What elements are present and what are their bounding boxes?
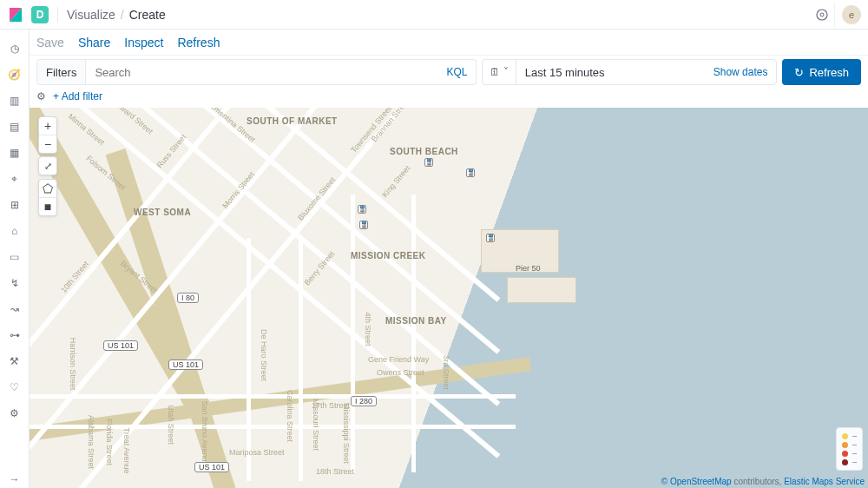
transit-icon: 🚆 — [359, 221, 368, 229]
refresh-link[interactable]: Refresh — [177, 36, 220, 49]
breadcrumb-separator: / — [121, 8, 124, 22]
breadcrumb-current: Create — [129, 8, 166, 22]
highway-shield: US 101 — [103, 340, 138, 351]
add-filter-button[interactable]: + Add filter — [53, 90, 102, 102]
help-icon[interactable] — [809, 2, 835, 28]
draw-control: ⬠ ■ — [38, 179, 57, 216]
svg-point-2 — [817, 10, 827, 20]
nav-management-icon[interactable]: ⚙ — [6, 405, 23, 422]
district-label: MISSION CREEK — [351, 251, 426, 260]
district-label: MISSION BAY — [385, 316, 447, 326]
street-label: Carolina Street — [286, 390, 294, 442]
ems-link[interactable]: Elastic Maps Service — [784, 477, 865, 486]
street-label: De Haro Street — [260, 329, 268, 381]
nav-maps-icon[interactable]: ⌖ — [6, 170, 23, 188]
refresh-button-label: Refresh — [809, 66, 849, 79]
nav-logs-icon[interactable]: ▭ — [6, 248, 23, 266]
zoom-in-button[interactable]: + — [39, 117, 56, 135]
highway-shield: I 280 — [351, 396, 377, 406]
street-label: Mariposa Street — [229, 448, 285, 457]
nav-visualize-icon[interactable]: ▥ — [6, 92, 23, 109]
kql-toggle[interactable]: KQL — [446, 66, 467, 78]
street-label: Owens Street — [377, 368, 424, 377]
draw-polygon-button[interactable]: ⬠ — [39, 180, 56, 197]
app-toolbar: Save Share Inspect Refresh — [30, 30, 868, 56]
street-label: Minna Street — [67, 112, 107, 147]
kibana-logo — [7, 6, 24, 23]
show-dates-link[interactable]: Show dates — [705, 66, 777, 78]
transit-icon: 🚆 — [486, 234, 495, 242]
pier-label: Pier 50 — [516, 264, 541, 273]
street-label: 18th Street — [316, 467, 354, 476]
refresh-button[interactable]: ↻ Refresh — [782, 59, 861, 85]
district-label: SOUTH BEACH — [390, 147, 458, 156]
map-viewport[interactable]: › — [30, 108, 868, 488]
nav-uptime-icon[interactable]: ↝ — [6, 300, 23, 318]
left-nav: ◷ 🧭 ▥ ▤ ▦ ⌖ ⊞ ⌂ ▭ ↯ ↝ ⊶ ⚒ ♡ ⚙ → — [0, 30, 30, 488]
zoom-out-button[interactable]: − — [39, 135, 56, 153]
street-label: Florida Street — [105, 419, 114, 465]
nav-monitoring-icon[interactable]: ♡ — [6, 379, 23, 396]
nav-ml-icon[interactable]: ⊞ — [6, 196, 23, 214]
street-label: Mississippi Street — [342, 403, 351, 464]
transit-icon: 🚆 — [466, 168, 475, 177]
street-label: 17th Street — [312, 401, 350, 410]
breadcrumb: Visualize / Create — [67, 8, 166, 22]
user-avatar[interactable]: e — [842, 5, 861, 24]
search-input[interactable] — [95, 66, 446, 79]
map-canvas[interactable]: SOUTH OF MARKET SOUTH BEACH WEST SOMA MI… — [30, 108, 868, 488]
calendar-icon[interactable]: 🗓 ˅ — [483, 60, 516, 84]
nav-discover-icon[interactable]: 🧭 — [6, 66, 23, 83]
street-label: Alabama Street — [87, 415, 95, 469]
search-box[interactable]: KQL — [86, 59, 477, 85]
highway-shield: US 101 — [194, 462, 229, 472]
map-attribution: © OpenStreetMap contributors, Elastic Ma… — [661, 477, 865, 486]
breadcrumb-app[interactable]: Visualize — [67, 8, 115, 22]
filter-bar: ⚙ + Add filter — [30, 89, 868, 108]
transit-icon: 🚆 — [424, 158, 433, 167]
street-label: 3rd Street — [442, 355, 450, 390]
nav-collapse-icon[interactable]: → — [6, 471, 23, 488]
share-button[interactable]: Share — [78, 36, 110, 49]
filters-label[interactable]: Filters — [36, 59, 86, 85]
street-label: 4th Street — [364, 312, 372, 346]
street-label: King Street — [380, 164, 411, 200]
nav-canvas-icon[interactable]: ▦ — [6, 144, 23, 162]
nav-dashboard-icon[interactable]: ▤ — [6, 118, 23, 135]
draw-rectangle-button[interactable]: ■ — [39, 198, 56, 215]
refresh-icon: ↻ — [794, 66, 804, 79]
map-legend[interactable]: – – – – — [836, 427, 863, 471]
top-bar: D Visualize / Create e — [0, 0, 868, 30]
nav-graph-icon[interactable]: ⊶ — [6, 326, 23, 344]
highway-shield: US 101 — [168, 359, 203, 370]
street-label: Harrison Street — [69, 338, 77, 391]
divider — [57, 7, 58, 23]
nav-infra-icon[interactable]: ⌂ — [6, 222, 23, 240]
filter-settings-icon[interactable]: ⚙ — [36, 90, 46, 102]
district-label: SOUTH OF MARKET — [247, 116, 338, 126]
space-badge[interactable]: D — [31, 6, 49, 23]
district-label: WEST SOMA — [134, 208, 191, 217]
save-button[interactable]: Save — [36, 36, 64, 49]
highway-shield: I 80 — [177, 293, 199, 303]
street-label: Utah Street — [167, 405, 175, 445]
nav-devtools-icon[interactable]: ⚒ — [6, 353, 23, 370]
query-bar: Filters KQL 🗓 ˅ Last 15 minutes Show dat… — [30, 56, 868, 89]
time-range-text: Last 15 minutes — [516, 66, 705, 79]
nav-apm-icon[interactable]: ↯ — [6, 274, 23, 292]
svg-point-3 — [820, 13, 824, 16]
date-picker[interactable]: 🗓 ˅ Last 15 minutes Show dates — [482, 59, 777, 85]
street-label: San Bruno Avenue — [201, 401, 209, 466]
inspect-button[interactable]: Inspect — [124, 36, 163, 49]
transit-icon: 🚆 — [358, 205, 366, 214]
street-label: Gene Friend Way — [368, 355, 429, 364]
nav-recent-icon[interactable]: ◷ — [6, 40, 23, 57]
street-label: Treat Avenue — [122, 427, 131, 473]
zoom-control: + − — [38, 116, 57, 154]
osm-link[interactable]: © OpenStreetMap — [661, 477, 732, 486]
fit-bounds-button[interactable]: ⤢ — [38, 156, 57, 175]
